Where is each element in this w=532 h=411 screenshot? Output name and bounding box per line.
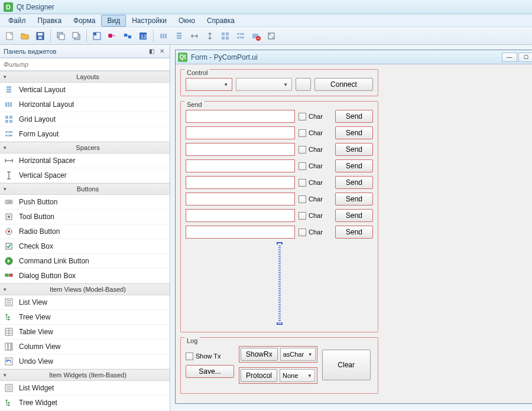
widget-radio-button[interactable]: Radio Button	[0, 224, 170, 239]
section-item-widgets-item-based-[interactable]: ▾Item Widgets (Item-Based)	[0, 369, 170, 381]
port-combo[interactable]: ▼	[186, 78, 232, 91]
chevron-down-icon: ▾	[4, 372, 9, 378]
send-groupbox[interactable]: Send CharSendCharSendCharSendCharSendCha…	[180, 101, 378, 332]
send-button-1[interactable]: Send	[335, 126, 373, 139]
char-checkbox-4[interactable]: Char	[299, 179, 332, 187]
widget-tree-widget[interactable]: Tree Widget	[0, 396, 170, 410]
widget-list-view[interactable]: List View	[0, 295, 170, 310]
protocol-combo[interactable]: None▼	[280, 369, 315, 382]
send-input-1[interactable]	[186, 126, 295, 139]
menu-форма[interactable]: Форма	[67, 15, 101, 27]
form-window[interactable]: Qt Form - PyComPort.ui — ☐ ✕ Control ▼ ▼	[175, 50, 532, 404]
refresh-button[interactable]	[296, 78, 311, 91]
menu-вид[interactable]: Вид	[101, 15, 126, 27]
edit-widgets-button[interactable]	[90, 29, 104, 43]
section-item-views-model-based-[interactable]: ▾Item Views (Model-Based)	[0, 283, 170, 295]
adjust-size-button[interactable]	[264, 29, 278, 43]
layout-v-button[interactable]	[172, 29, 186, 43]
showrx-button[interactable]: ShowRx	[241, 348, 278, 361]
widget-column-view[interactable]: Column View	[0, 340, 170, 354]
log-groupbox[interactable]: Log Show Tx Save... ShowRx asChar▼	[180, 337, 378, 394]
send-input-7[interactable]	[186, 226, 295, 239]
section-spacers[interactable]: ▾Spacers	[0, 142, 170, 154]
send-input-5[interactable]	[186, 193, 295, 206]
widget-form-layout[interactable]: Form Layout	[0, 127, 170, 142]
layout-grid-button[interactable]	[218, 29, 232, 43]
send-button-0[interactable]: Send	[335, 110, 373, 123]
edit-signals-button[interactable]	[105, 29, 119, 43]
char-checkbox-3[interactable]: Char	[299, 162, 332, 170]
send-button-2[interactable]: Send	[335, 143, 373, 156]
showtx-checkbox[interactable]: Show Tx	[186, 353, 234, 360]
widget-tool-button[interactable]: Tool Button	[0, 210, 170, 224]
send-button-6[interactable]: Send	[335, 209, 373, 222]
form-window-titlebar[interactable]: Qt Form - PyComPort.ui — ☐ ✕	[176, 50, 532, 64]
widget-horizontal-layout[interactable]: Horizontal Layout	[0, 97, 170, 112]
layout-vs-button[interactable]	[203, 29, 217, 43]
menu-файл[interactable]: Файл	[2, 15, 32, 27]
widget-check-box[interactable]: Check Box	[0, 239, 170, 254]
send-button-3[interactable]: Send	[335, 159, 373, 172]
send-input-3[interactable]	[186, 159, 295, 172]
form-body[interactable]: Control ▼ ▼ Connect Send CharSendCharSen…	[176, 64, 532, 403]
vertical-spacer[interactable]	[277, 242, 283, 325]
section-buttons[interactable]: ▾Buttons	[0, 183, 170, 195]
break-layout-button[interactable]	[249, 29, 263, 43]
widget-command-link-button[interactable]: Command Link Button	[0, 254, 170, 269]
menu-окно[interactable]: Окно	[173, 15, 201, 27]
save-button[interactable]	[33, 29, 47, 43]
char-checkbox-0[interactable]: Char	[299, 113, 332, 120]
widget-tree-view[interactable]: Tree View	[0, 310, 170, 325]
send-button-4[interactable]: Send	[335, 176, 373, 189]
edit-buddies-button[interactable]	[121, 29, 135, 43]
send-input-2[interactable]	[186, 143, 295, 156]
design-canvas[interactable]: Qt Form - PyComPort.ui — ☐ ✕ Control ▼ ▼	[170, 45, 532, 411]
bring-front-button[interactable]	[69, 29, 83, 43]
widget-vertical-spacer[interactable]: Vertical Spacer	[0, 168, 170, 183]
edit-tab-order-button[interactable]: 12	[136, 29, 150, 43]
menu-справка[interactable]: Справка	[201, 15, 241, 27]
send-button-7[interactable]: Send	[335, 226, 373, 239]
clear-button[interactable]: Clear	[322, 350, 371, 380]
open-button[interactable]	[18, 29, 32, 43]
widget-filter[interactable]	[0, 58, 170, 71]
char-checkbox-2[interactable]: Char	[299, 146, 332, 154]
menu-настройки[interactable]: Настройки	[126, 15, 173, 27]
section-layouts[interactable]: ▾Layouts	[0, 71, 170, 83]
layout-form-button[interactable]	[233, 29, 248, 43]
svg-rect-15	[160, 34, 162, 38]
widget-undo-view[interactable]: Undo View	[0, 354, 170, 369]
widget-vertical-layout[interactable]: Vertical Layout	[0, 83, 170, 97]
menu-правка[interactable]: Правка	[32, 15, 68, 27]
new-button[interactable]	[2, 29, 17, 43]
send-back-button[interactable]	[54, 29, 68, 43]
panel-close-button[interactable]: ✕	[158, 47, 166, 56]
send-button-5[interactable]: Send	[335, 193, 373, 206]
send-input-4[interactable]	[186, 176, 295, 189]
protocol-button[interactable]: Protocol	[241, 369, 277, 382]
layout-h-button[interactable]	[157, 29, 171, 43]
send-input-0[interactable]	[186, 110, 295, 123]
widget-grid-layout[interactable]: Grid Layout	[0, 112, 170, 127]
char-checkbox-5[interactable]: Char	[299, 195, 332, 203]
form-maximize-button[interactable]: ☐	[518, 53, 532, 62]
widget-push-button[interactable]: OKPush Button	[0, 195, 170, 210]
send-input-6[interactable]	[186, 209, 295, 222]
layout-hs-button[interactable]	[187, 29, 202, 43]
widget-horizontal-spacer[interactable]: Horizontal Spacer	[0, 154, 170, 168]
char-checkbox-1[interactable]: Char	[299, 129, 332, 137]
widget-filter-input[interactable]	[0, 58, 170, 70]
panel-float-button[interactable]: ◧	[147, 47, 155, 56]
connect-button[interactable]: Connect	[314, 78, 373, 91]
char-checkbox-7[interactable]: Char	[299, 229, 332, 236]
form-minimize-button[interactable]: —	[502, 53, 517, 62]
svg-rect-54	[5, 274, 8, 276]
baud-combo[interactable]: ▼	[236, 78, 292, 91]
char-checkbox-6[interactable]: Char	[299, 212, 332, 220]
widget-dialog-button-box[interactable]: Dialog Button Box	[0, 269, 170, 283]
widget-list-widget[interactable]: List Widget	[0, 381, 170, 396]
widget-table-view[interactable]: Table View	[0, 325, 170, 340]
save-button[interactable]: Save...	[186, 365, 234, 378]
aschar-combo[interactable]: asChar▼	[280, 348, 316, 361]
control-groupbox[interactable]: Control ▼ ▼ Connect	[180, 69, 378, 96]
